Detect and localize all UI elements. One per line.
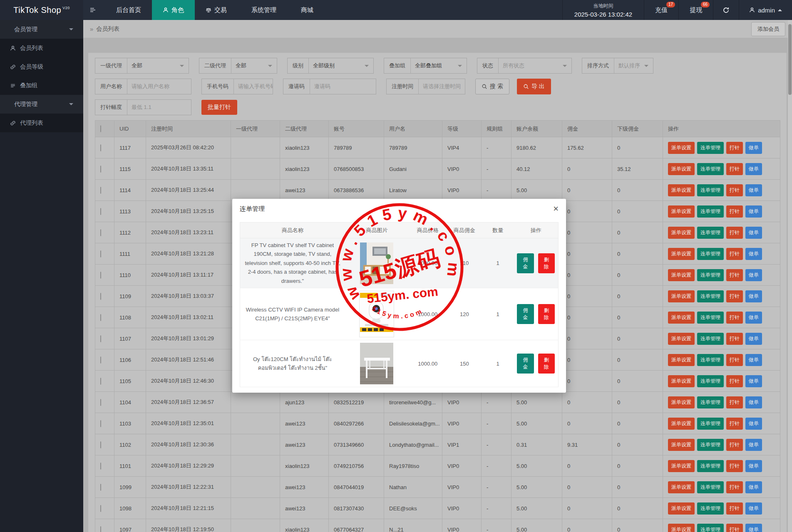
filter-select[interactable]: 一级代理 全部 <box>95 58 189 74</box>
row-checkbox[interactable] <box>100 229 101 236</box>
row-checkbox[interactable] <box>100 314 101 321</box>
needle-button[interactable]: 打针 <box>726 524 743 532</box>
needle-range-group[interactable]: 打针幅度 最低 1.1 <box>95 99 191 115</box>
chain-order-button[interactable]: 连单管理 <box>697 248 724 260</box>
dispatch-settings-button[interactable]: 派单设置 <box>668 227 695 239</box>
needle-button[interactable]: 打针 <box>726 396 743 408</box>
chain-order-button[interactable]: 连单管理 <box>697 312 724 324</box>
filter-input-group[interactable]: 手机号码 请输入手机号码 <box>201 79 273 94</box>
chain-order-button[interactable]: 连单管理 <box>697 396 724 408</box>
commission-button[interactable]: 佣金 <box>517 354 534 374</box>
refresh-icon[interactable] <box>713 0 739 20</box>
dispatch-settings-button[interactable]: 派单设置 <box>668 481 695 493</box>
commission-button[interactable]: 佣金 <box>517 304 534 324</box>
row-checkbox[interactable] <box>100 250 101 257</box>
chain-order-button[interactable]: 连单管理 <box>697 333 724 345</box>
dispatch-settings-button[interactable]: 派单设置 <box>668 524 695 532</box>
filter-select[interactable]: 状态 所有状态 <box>477 58 572 74</box>
filter-input-group[interactable]: 邀请码 邀请码 <box>283 79 376 94</box>
make-order-button[interactable]: 做单 <box>745 375 762 387</box>
make-order-button[interactable]: 做单 <box>745 460 762 472</box>
top-menu-item[interactable]: 系统管理 <box>238 0 287 20</box>
delete-button[interactable]: 删除 <box>538 304 555 324</box>
sidebar-item[interactable]: 叠加组 <box>0 76 83 95</box>
sidebar-item[interactable]: 会员列表 <box>0 39 83 57</box>
commission-button[interactable]: 佣金 <box>517 253 534 273</box>
chain-order-button[interactable]: 连单管理 <box>697 354 724 366</box>
chain-order-button[interactable]: 连单管理 <box>697 524 724 532</box>
needle-button[interactable]: 打针 <box>726 184 743 196</box>
row-checkbox[interactable] <box>100 335 101 342</box>
top-menu-item[interactable]: 商城 <box>287 0 324 20</box>
row-checkbox[interactable] <box>100 441 101 448</box>
make-order-button[interactable]: 做单 <box>745 142 762 154</box>
make-order-button[interactable]: 做单 <box>745 524 762 532</box>
recharge-button[interactable]: 充值 17 <box>644 0 678 20</box>
dispatch-settings-button[interactable]: 派单设置 <box>668 163 695 175</box>
scrollbar-thumb[interactable] <box>788 24 792 95</box>
dispatch-settings-button[interactable]: 派单设置 <box>668 460 695 472</box>
row-checkbox[interactable] <box>100 144 101 151</box>
needle-button[interactable]: 打针 <box>726 481 743 493</box>
needle-button[interactable]: 打针 <box>726 502 743 515</box>
chain-order-button[interactable]: 连单管理 <box>697 481 724 493</box>
dispatch-settings-button[interactable]: 派单设置 <box>668 290 695 302</box>
filter-select[interactable]: 级别 全部级别 <box>287 58 374 74</box>
make-order-button[interactable]: 做单 <box>745 481 762 493</box>
sidebar-item[interactable]: 代理管理 <box>0 95 83 114</box>
dispatch-settings-button[interactable]: 派单设置 <box>668 269 695 281</box>
chain-order-button[interactable]: 连单管理 <box>697 439 724 451</box>
dispatch-settings-button[interactable]: 派单设置 <box>668 312 695 324</box>
make-order-button[interactable]: 做单 <box>745 396 762 408</box>
withdraw-button[interactable]: 提现 66 <box>678 0 713 20</box>
dispatch-settings-button[interactable]: 派单设置 <box>668 205 695 218</box>
make-order-button[interactable]: 做单 <box>745 248 762 260</box>
dispatch-settings-button[interactable]: 派单设置 <box>668 142 695 154</box>
row-checkbox[interactable] <box>100 463 101 470</box>
dispatch-settings-button[interactable]: 派单设置 <box>668 502 695 515</box>
needle-button[interactable]: 打针 <box>726 418 743 430</box>
dispatch-settings-button[interactable]: 派单设置 <box>668 184 695 196</box>
make-order-button[interactable]: 做单 <box>745 269 762 281</box>
needle-button[interactable]: 打针 <box>726 290 743 302</box>
close-icon[interactable]: × <box>553 204 559 213</box>
make-order-button[interactable]: 做单 <box>745 290 762 302</box>
row-checkbox[interactable] <box>100 166 101 173</box>
dispatch-settings-button[interactable]: 派单设置 <box>668 439 695 451</box>
dispatch-settings-button[interactable]: 派单设置 <box>668 248 695 260</box>
filter-input-group[interactable]: 注册时间 请选择注册时间 <box>386 79 465 94</box>
needle-button[interactable]: 打针 <box>726 142 743 154</box>
make-order-button[interactable]: 做单 <box>745 502 762 515</box>
top-menu-item[interactable]: 角色 <box>152 0 195 20</box>
row-checkbox[interactable] <box>100 484 101 491</box>
export-button[interactable]: 导 出 <box>517 79 551 94</box>
add-member-button[interactable]: 添加会员 <box>751 22 785 36</box>
row-checkbox[interactable] <box>100 293 101 300</box>
make-order-button[interactable]: 做单 <box>745 418 762 430</box>
select-all-checkbox[interactable] <box>100 125 101 132</box>
make-order-button[interactable]: 做单 <box>745 312 762 324</box>
needle-button[interactable]: 打针 <box>726 248 743 260</box>
row-checkbox[interactable] <box>100 187 101 194</box>
dispatch-settings-button[interactable]: 派单设置 <box>668 333 695 345</box>
needle-button[interactable]: 打针 <box>726 354 743 366</box>
row-checkbox[interactable] <box>100 356 101 364</box>
chain-order-button[interactable]: 连单管理 <box>697 269 724 281</box>
filter-select[interactable]: 叠加组 全部叠加组 <box>384 58 467 74</box>
row-checkbox[interactable] <box>100 272 101 279</box>
dispatch-settings-button[interactable]: 派单设置 <box>668 354 695 366</box>
sidebar-item[interactable]: 代理列表 <box>0 114 83 132</box>
dispatch-settings-button[interactable]: 派单设置 <box>668 396 695 408</box>
chain-order-button[interactable]: 连单管理 <box>697 290 724 302</box>
needle-button[interactable]: 打针 <box>726 375 743 387</box>
needle-button[interactable]: 打针 <box>726 460 743 472</box>
chain-order-button[interactable]: 连单管理 <box>697 205 724 218</box>
needle-button[interactable]: 打针 <box>726 227 743 239</box>
sidebar-item[interactable]: 会员等级 <box>0 57 83 76</box>
row-checkbox[interactable] <box>100 399 101 406</box>
row-checkbox[interactable] <box>100 505 101 512</box>
delete-button[interactable]: 删除 <box>538 354 555 374</box>
admin-menu[interactable]: admin <box>739 0 792 20</box>
chain-order-button[interactable]: 连单管理 <box>697 142 724 154</box>
make-order-button[interactable]: 做单 <box>745 227 762 239</box>
